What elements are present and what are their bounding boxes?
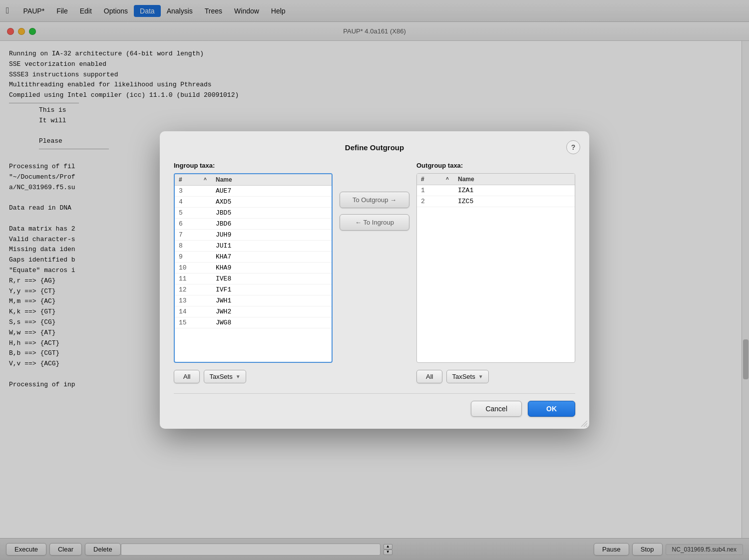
ingroup-label: Ingroup taxa: <box>174 162 333 169</box>
ingroup-row[interactable]: 7JUH9 <box>175 230 332 241</box>
ok-button[interactable]: OK <box>528 401 575 417</box>
ingroup-row[interactable]: 5JBD5 <box>175 208 332 219</box>
outgroup-row[interactable]: 2IZC5 <box>417 196 575 207</box>
taxsets-label-out: TaxSets <box>452 373 475 380</box>
to-ingroup-button[interactable]: ← To Ingroup <box>340 214 409 231</box>
outgroup-column: Outgroup taxa: # ^ Name 1IZA12IZC5 All T… <box>416 162 575 383</box>
help-button[interactable]: ? <box>566 140 580 154</box>
ingroup-row[interactable]: 6JBD6 <box>175 219 332 230</box>
ingroup-row[interactable]: 4AXD5 <box>175 197 332 208</box>
ingroup-row[interactable]: 14JWH2 <box>175 306 332 317</box>
ingroup-row[interactable]: 11IVE8 <box>175 274 332 284</box>
header-num-out: # <box>421 176 446 183</box>
outgroup-table-header: # ^ Name <box>417 174 575 185</box>
taxsets-label: TaxSets <box>209 373 232 380</box>
transfer-buttons: To Outgroup → ← To Ingroup <box>345 162 404 231</box>
ingroup-row[interactable]: 8JUI1 <box>175 241 332 252</box>
ingroup-bottom-row: All TaxSets ▼ <box>174 370 333 383</box>
ingroup-table-header: # ^ Name <box>175 174 332 186</box>
dropdown-arrow-icon: ▼ <box>236 374 241 379</box>
ingroup-row[interactable]: 12IVF1 <box>175 284 332 295</box>
header-name-out: Name <box>458 176 571 183</box>
ingroup-row[interactable]: 15JWG8 <box>175 317 332 328</box>
dialog-title: Define Outgroup <box>174 143 575 152</box>
ingroup-row[interactable]: 13JWH1 <box>175 295 332 306</box>
resize-handle-icon[interactable] <box>580 420 587 427</box>
outgroup-bottom-row: All TaxSets ▼ <box>416 370 575 383</box>
outgroup-taxa-list[interactable]: # ^ Name 1IZA12IZC5 <box>416 173 575 363</box>
header-name: Name <box>216 176 328 183</box>
ingroup-all-button[interactable]: All <box>174 370 200 383</box>
outgroup-taxsets-dropdown[interactable]: TaxSets ▼ <box>446 370 488 383</box>
ingroup-row[interactable]: 3AUE7 <box>175 186 332 197</box>
dialog-overlay: Define Outgroup ? Ingroup taxa: # ^ Name… <box>0 0 749 560</box>
sort-icon-out[interactable]: ^ <box>446 177 458 182</box>
outgroup-all-button[interactable]: All <box>416 370 442 383</box>
ingroup-taxsets-dropdown[interactable]: TaxSets ▼ <box>204 370 246 383</box>
ingroup-row[interactable]: 10KHA9 <box>175 263 332 274</box>
sort-icon[interactable]: ^ <box>204 177 216 183</box>
outgroup-label: Outgroup taxa: <box>416 162 575 169</box>
ingroup-row[interactable]: 9KHA7 <box>175 252 332 263</box>
define-outgroup-dialog: Define Outgroup ? Ingroup taxa: # ^ Name… <box>160 131 589 429</box>
ingroup-taxa-list[interactable]: # ^ Name 3AUE74AXD55JBD56JBD67JUH98JUI19… <box>174 173 333 363</box>
dialog-actions: Cancel OK <box>174 393 575 417</box>
outgroup-row[interactable]: 1IZA1 <box>417 185 575 196</box>
dropdown-arrow-out-icon: ▼ <box>478 374 483 379</box>
dialog-columns: Ingroup taxa: # ^ Name 3AUE74AXD55JBD56J… <box>174 162 575 383</box>
svg-line-2 <box>586 426 587 427</box>
cancel-button[interactable]: Cancel <box>471 401 522 417</box>
ingroup-column: Ingroup taxa: # ^ Name 3AUE74AXD55JBD56J… <box>174 162 333 383</box>
header-num: # <box>179 176 204 183</box>
to-outgroup-button[interactable]: To Outgroup → <box>340 192 409 208</box>
